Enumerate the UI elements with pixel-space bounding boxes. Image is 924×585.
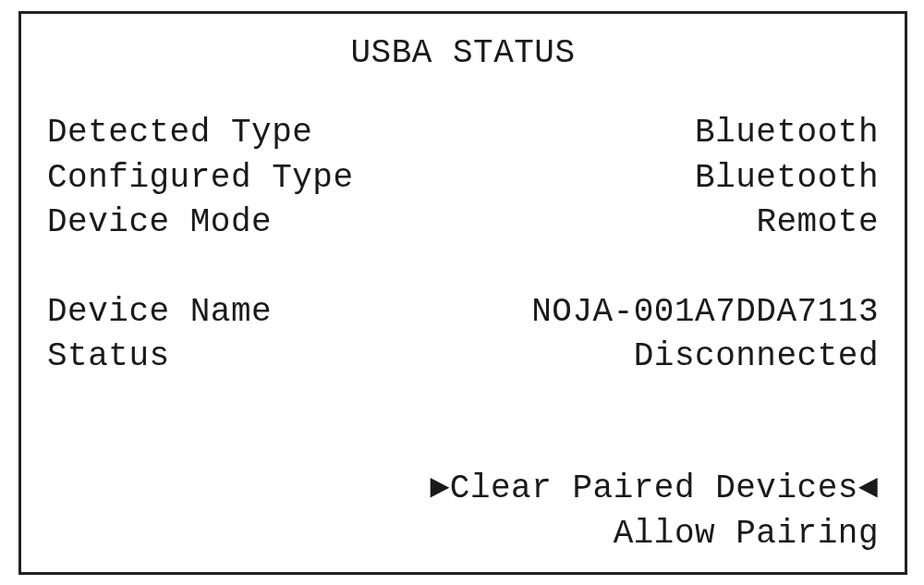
label-detected-type: Detected Type (47, 111, 312, 156)
label-configured-type: Configured Type (47, 156, 354, 201)
allow-pairing-action[interactable]: Allow Pairing (614, 512, 879, 557)
selection-marker-left-icon: ► (430, 467, 450, 512)
spacer (47, 380, 879, 467)
row-status: Status Disconnected (47, 335, 879, 380)
usba-status-panel: USBA STATUS Detected Type Bluetooth Conf… (18, 11, 907, 575)
row-detected-type: Detected Type Bluetooth (47, 111, 879, 156)
value-detected-type: Bluetooth (695, 111, 879, 156)
selection-marker-right-icon: ◄ (858, 467, 879, 512)
label-device-mode: Device Mode (47, 201, 272, 246)
row-device-name: Device Name NOJA-001A7DDA7113 (47, 290, 879, 335)
row-configured-type: Configured Type Bluetooth (47, 156, 879, 201)
value-device-name: NOJA-001A7DDA7113 (531, 290, 879, 335)
label-status: Status (47, 335, 170, 380)
value-device-mode: Remote (756, 201, 879, 246)
panel-title: USBA STATUS (47, 34, 879, 72)
value-configured-type: Bluetooth (695, 156, 879, 201)
label-device-name: Device Name (47, 290, 272, 335)
row-device-mode: Device Mode Remote (47, 201, 879, 246)
spacer (47, 246, 879, 290)
actions-list: ►Clear Paired Devices◄ Allow Pairing (47, 467, 879, 556)
clear-paired-devices-action[interactable]: Clear Paired Devices (450, 467, 858, 512)
value-status: Disconnected (634, 335, 879, 380)
